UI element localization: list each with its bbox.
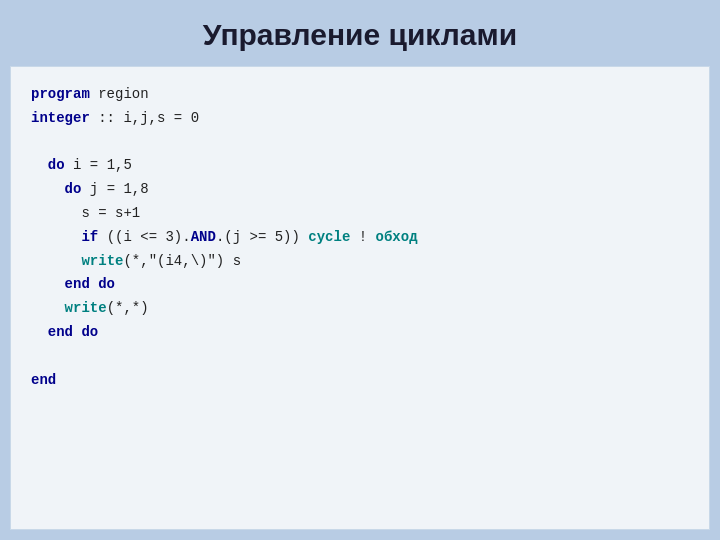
code-line-7: if ((i <= 3).AND.(j >= 5)) cycle ! обход [31, 226, 689, 250]
code-line-5: do j = 1,8 [31, 178, 689, 202]
kw-if: if [81, 229, 98, 245]
kw-end: end [31, 372, 56, 388]
code-line-4: do i = 1,5 [31, 154, 689, 178]
kw-and: AND [191, 229, 216, 245]
code-line-9: end do [31, 273, 689, 297]
kw-enddo2: end do [48, 324, 98, 340]
header: Управление циклами [0, 0, 720, 66]
comment-russian: обход [376, 229, 418, 245]
code-line-2: integer :: i,j,s = 0 [31, 107, 689, 131]
code-area: program region integer :: i,j,s = 0 do i… [10, 66, 710, 530]
code-line-11: end do [31, 321, 689, 345]
kw-do1: do [48, 157, 65, 173]
kw-integer: integer [31, 110, 90, 126]
code-line-10: write(*,*) [31, 297, 689, 321]
page: Управление циклами program region intege… [0, 0, 720, 540]
code-line-blank-2 [31, 345, 689, 369]
code-block: program region integer :: i,j,s = 0 do i… [31, 83, 689, 392]
kw-enddo1: end do [65, 276, 115, 292]
code-line-blank-1 [31, 131, 689, 155]
kw-cycle: cycle [308, 229, 350, 245]
kw-do2: do [65, 181, 82, 197]
kw-write2: write [65, 300, 107, 316]
code-line-1: program region [31, 83, 689, 107]
kw-program: program [31, 86, 90, 102]
code-line-8: write(*,"(i4,\)") s [31, 250, 689, 274]
code-line-6: s = s+1 [31, 202, 689, 226]
kw-write1: write [81, 253, 123, 269]
page-title: Управление циклами [203, 18, 517, 51]
code-line-12: end [31, 369, 689, 393]
